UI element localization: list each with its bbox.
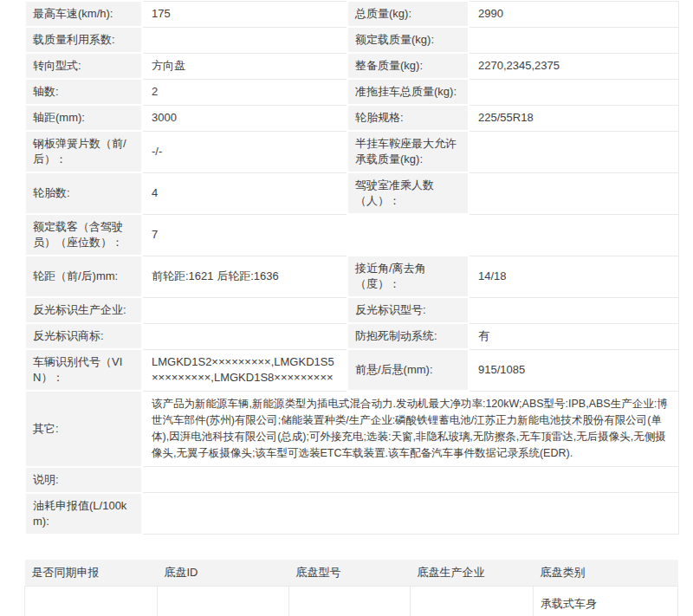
- spec-label-wheelbase: 轴距(mm):: [25, 105, 142, 131]
- spec-label-other: 其它:: [25, 391, 142, 467]
- spec-label-load-factor: 载质量利用系数:: [25, 27, 142, 53]
- table-row: 反光标识商标: 防抱死制动系统: 有: [25, 323, 678, 349]
- spec-label-rated-load: 额定载质量(kg):: [347, 27, 469, 53]
- spec-value-tire-spec: 225/55R18: [469, 105, 678, 131]
- spec-table: 最高车速(km/h): 175 总质量(kg): 2990 载质量利用系数: 额…: [24, 0, 679, 535]
- table-row: 转向型式: 方向盘 整备质量(kg): 2270,2345,2375: [25, 53, 678, 79]
- table-row: 载质量利用系数: 额定载质量(kg):: [25, 27, 678, 53]
- chassis-cell-concurrent: [25, 586, 158, 616]
- table-header-row: 是否同期申报 底盘ID 底盘型号 底盘生产企业 底盘类别: [25, 560, 678, 587]
- spec-value-tire-count: 4: [142, 172, 347, 214]
- spec-value-load-factor: [142, 27, 347, 53]
- table-row: 轴距(mm): 3000 轮胎规格: 225/55R18: [25, 105, 678, 131]
- table-row: 钢板弹簧片数（前/后）： -/- 半挂车鞍座最大允许承载质量(kg):: [25, 131, 678, 172]
- spec-label-total-mass: 总质量(kg):: [347, 1, 469, 27]
- table-row: 反光标识生产企业: 反光标识型号:: [25, 297, 678, 323]
- spec-value-vin: LMGKD1S2×××××××××,LMGKD1S5×××××××××,LMGK…: [142, 349, 347, 391]
- spec-label-reflector-brand: 反光标识商标:: [25, 323, 142, 349]
- spec-label-seating: 额定载客（含驾驶员）（座位数）：: [25, 214, 142, 256]
- spec-label-axle-count: 轴数:: [25, 79, 142, 105]
- spec-label-track: 轮距（前/后)mm:: [25, 256, 142, 297]
- chassis-header-id: 底盘ID: [158, 560, 289, 587]
- spec-label-abs: 防抱死制动系统:: [347, 323, 469, 349]
- table-row: 油耗申报值(L/100km):: [25, 493, 678, 535]
- spec-value-steering: 方向盘: [142, 53, 347, 79]
- spec-label-curb-weight: 整备质量(kg):: [347, 53, 469, 79]
- vehicle-spec-page: 最高车速(km/h): 175 总质量(kg): 2990 载质量利用系数: 额…: [0, 0, 693, 616]
- spec-label-steering: 转向型式:: [25, 53, 142, 79]
- spec-value-trailer-mass: [469, 79, 678, 105]
- chassis-header-maker: 底盘生产企业: [411, 560, 534, 587]
- spec-value-saddle-load: [469, 131, 678, 172]
- spec-label-cab-occupants: 驾驶室准乘人数（人）：: [347, 172, 469, 214]
- spec-value-wheelbase: 3000: [142, 105, 347, 131]
- spec-label-reflector-model: 反光标识型号:: [347, 297, 469, 323]
- spec-value-fuel-declared: [142, 493, 678, 535]
- spec-value-axle-count: 2: [142, 79, 347, 105]
- chassis-header-concurrent: 是否同期申报: [25, 560, 158, 587]
- spec-value-reflector-brand: [142, 323, 347, 349]
- spec-label-notes: 说明:: [25, 467, 142, 493]
- spec-value-cab-occupants: [469, 172, 678, 214]
- spec-value-abs: 有: [469, 323, 678, 349]
- spec-value-approach-angle: 14/18: [469, 256, 678, 297]
- spec-label-approach-angle: 接近角/离去角（度）：: [347, 256, 469, 297]
- table-row: 轴数: 2 准拖挂车总质量(kg):: [25, 79, 678, 105]
- chassis-table: 是否同期申报 底盘ID 底盘型号 底盘生产企业 底盘类别 承载式车身: [24, 560, 678, 616]
- spec-label-leaf-springs: 钢板弹簧片数（前/后）：: [25, 131, 142, 172]
- table-row: 轮距（前/后)mm: 前轮距:1621 后轮距:1636 接近角/离去角（度）：…: [25, 256, 678, 297]
- spec-value-track: 前轮距:1621 后轮距:1636: [142, 256, 347, 297]
- spec-value-notes: [142, 467, 678, 493]
- chassis-header-model: 底盘型号: [289, 560, 411, 587]
- spec-label-saddle-load: 半挂车鞍座最大允许承载质量(kg):: [347, 131, 469, 172]
- spec-value-rated-load: [469, 27, 678, 53]
- table-row: 承载式车身: [25, 586, 678, 616]
- spec-value-curb-weight: 2270,2345,2375: [469, 53, 678, 79]
- chassis-cell-id: [158, 586, 289, 616]
- table-row: 额定载客（含驾驶员）（座位数）： 7: [25, 214, 678, 256]
- spec-label-vin: 车辆识别代号（VIN）：: [25, 349, 142, 391]
- table-row: 轮胎数: 4 驾驶室准乘人数（人）：: [25, 172, 678, 214]
- spec-label-tire-count: 轮胎数:: [25, 172, 142, 214]
- table-row: 最高车速(km/h): 175 总质量(kg): 2990: [25, 1, 678, 27]
- spec-label-reflector-maker: 反光标识生产企业:: [25, 297, 142, 323]
- table-row: 说明:: [25, 467, 678, 493]
- spec-value-reflector-model: [469, 297, 678, 323]
- chassis-cell-maker: [411, 586, 534, 616]
- spec-value-max-speed: 175: [142, 1, 347, 27]
- spec-label-fuel-declared: 油耗申报值(L/100km):: [25, 493, 142, 535]
- spec-label-trailer-mass: 准拖挂车总质量(kg):: [347, 79, 469, 105]
- spec-value-other: 该产品为新能源车辆,新能源类型为插电式混合动力.发动机最大净功率:120kW;A…: [142, 391, 678, 467]
- spec-value-reflector-maker: [142, 297, 347, 323]
- table-row: 其它: 该产品为新能源车辆,新能源类型为插电式混合动力.发动机最大净功率:120…: [25, 391, 678, 467]
- spec-value-seating: 7: [142, 214, 678, 256]
- table-row: 车辆识别代号（VIN）： LMGKD1S2×××××××××,LMGKD1S5×…: [25, 349, 678, 391]
- spec-value-leaf-springs: -/-: [142, 131, 347, 172]
- spec-value-overhang: 915/1085: [469, 349, 678, 391]
- chassis-cell-model: [289, 586, 411, 616]
- spec-label-max-speed: 最高车速(km/h):: [25, 1, 142, 27]
- chassis-cell-category: 承载式车身: [534, 586, 678, 616]
- chassis-header-category: 底盘类别: [534, 560, 678, 587]
- spec-value-total-mass: 2990: [469, 1, 678, 27]
- spec-label-overhang: 前悬/后悬(mm):: [347, 349, 469, 391]
- spec-label-tire-spec: 轮胎规格:: [347, 105, 469, 131]
